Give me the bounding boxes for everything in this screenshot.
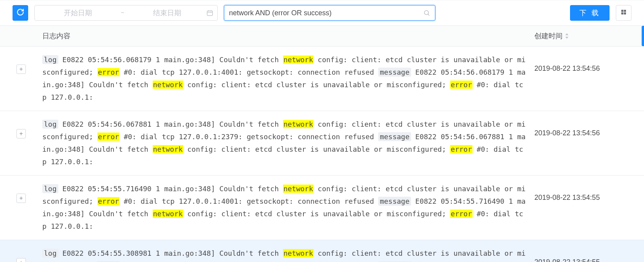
refresh-icon [16,8,24,18]
expand-cell: + [0,54,42,74]
log-table: 日志内容 创建时间 +log E0822 05:54:56.068179 1 m… [0,25,644,262]
log-timestamp: 2019-08-22 13:54:56 [534,54,644,73]
plus-icon: + [19,195,23,202]
expand-button[interactable]: + [16,65,26,74]
search-highlight: error [97,68,119,76]
field-tag: message [378,132,411,141]
search-highlight: network [283,249,314,257]
plus-icon: + [19,259,23,262]
log-content: log E0822 05:54:55.308981 1 main.go:348]… [42,247,534,262]
search-box[interactable] [224,5,435,21]
expand-cell: + [0,183,42,203]
search-highlight: error [450,81,472,89]
log-content: log E0822 05:54:55.716490 1 main.go:348]… [42,183,534,233]
field-tag: log [42,120,58,129]
col-time-header[interactable]: 创建时间 [534,31,644,41]
active-column-indicator [642,26,644,46]
field-tag: log [42,249,58,258]
log-content: log E0822 05:54:56.067881 1 main.go:348]… [42,118,534,168]
svg-rect-2 [621,10,623,12]
svg-rect-4 [621,13,623,14]
date-range-separator: ~ [117,9,128,16]
search-highlight: error [97,133,119,141]
search-highlight: network [153,145,183,153]
start-date-placeholder: 开始日期 [39,8,117,18]
download-button[interactable]: 下 载 [570,5,610,21]
log-timestamp: 2019-08-22 13:54:55 [534,183,644,202]
download-button-label: 下 载 [579,8,600,18]
svg-rect-5 [624,13,626,14]
expand-button[interactable]: + [16,129,26,138]
log-timestamp: 2019-08-22 13:54:55 [534,247,644,262]
search-input[interactable] [229,9,423,17]
svg-point-1 [424,11,429,15]
field-tag: message [378,197,411,206]
field-tag: message [378,68,411,77]
expand-button[interactable]: + [16,258,26,262]
col-time-header-label: 创建时间 [534,31,563,41]
calendar-icon [206,9,213,16]
log-content: log E0822 05:54:56.068179 1 main.go:348]… [42,54,534,104]
table-header: 日志内容 创建时间 [0,26,644,46]
grid-icon [621,9,627,17]
sort-icon[interactable] [565,33,569,39]
col-content-header: 日志内容 [42,31,534,41]
search-highlight: network [283,120,314,128]
search-highlight: network [283,56,314,64]
date-range-picker[interactable]: 开始日期 ~ 结束日期 [34,5,218,21]
search-icon[interactable] [423,9,430,16]
toolbar: 开始日期 ~ 结束日期 下 载 [0,0,644,25]
field-tag: log [42,184,58,193]
expand-cell: + [0,247,42,262]
search-highlight: error [450,145,472,153]
field-tag: log [42,55,58,64]
svg-rect-3 [624,10,626,12]
table-row[interactable]: +log E0822 05:54:56.067881 1 main.go:348… [0,111,644,175]
plus-icon: + [19,130,23,137]
table-row[interactable]: +log E0822 05:54:56.068179 1 main.go:348… [0,46,644,111]
expand-cell: + [0,118,42,138]
search-highlight: error [97,197,119,205]
log-timestamp: 2019-08-22 13:54:56 [534,118,644,137]
table-row[interactable]: +log E0822 05:54:55.308981 1 main.go:348… [0,240,644,262]
layout-grid-button[interactable] [616,5,631,21]
svg-rect-0 [207,11,213,16]
plus-icon: + [19,66,23,73]
table-row[interactable]: +log E0822 05:54:55.716490 1 main.go:348… [0,175,644,240]
search-highlight: network [153,81,183,89]
search-highlight: error [450,210,472,218]
end-date-placeholder: 结束日期 [128,8,206,18]
expand-button[interactable]: + [16,194,26,203]
search-highlight: network [153,210,183,218]
refresh-button[interactable] [13,5,28,21]
search-highlight: network [283,185,314,193]
